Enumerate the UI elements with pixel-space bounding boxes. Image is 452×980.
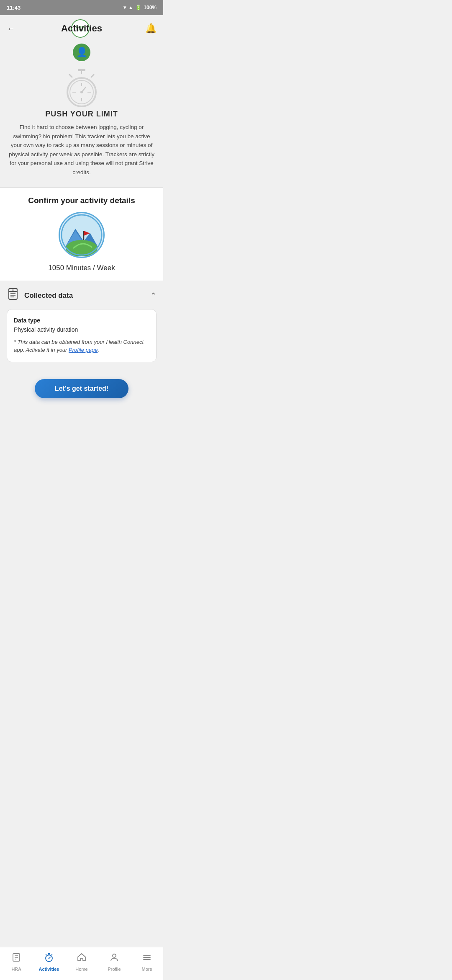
profile-page-link[interactable]: Profile page [69, 347, 98, 353]
activity-image [61, 214, 103, 256]
hero-title: PUSH YOUR LIMIT [45, 110, 118, 119]
data-type-label: Data type [14, 317, 149, 324]
battery-icon: 🔋 [135, 5, 141, 10]
user-avatar-container: 👤 [0, 44, 163, 61]
status-time: 11:43 [7, 5, 21, 11]
collected-section: Collected data ⌃ Data type Physical acti… [0, 281, 163, 369]
status-bar: 11:43 ▾ ▲ 🔋 100% [0, 0, 163, 15]
collected-data-title: Collected data [24, 291, 73, 300]
data-card: Data type Physical activity duration * T… [7, 309, 157, 362]
cta-container: Let's get started! [0, 369, 163, 405]
data-note: * This data can be obtained from your He… [14, 338, 149, 354]
back-button[interactable]: ← [7, 24, 15, 34]
data-type-value: Physical activity duration [14, 326, 149, 333]
svg-point-21 [13, 289, 14, 291]
battery-level: 100% [144, 5, 157, 10]
page-title: Activities [61, 23, 102, 34]
notification-button[interactable]: 🔔 [145, 23, 157, 34]
status-right: ▾ ▲ 🔋 100% [123, 5, 157, 10]
app-header: ← StressLess Activities 🔔 [0, 15, 163, 42]
svg-line-11 [69, 75, 72, 77]
data-note-end: . [98, 347, 99, 353]
minutes-label: 1050 Minutes / Week [48, 264, 115, 272]
avatar: 👤 [73, 44, 90, 61]
hero-section: PUSH YOUR LIMIT Find it hard to choose b… [0, 61, 163, 188]
svg-point-9 [80, 91, 83, 93]
signal-icon: ▲ [128, 5, 133, 10]
confirm-section: Confirm your activity details [0, 188, 163, 281]
collected-data-header[interactable]: Collected data ⌃ [7, 281, 157, 309]
stopwatch-icon [63, 68, 100, 110]
svg-line-10 [91, 75, 94, 77]
avatar-icon: 👤 [76, 47, 87, 58]
chevron-up-icon: ⌃ [150, 291, 157, 300]
svg-rect-1 [81, 70, 82, 74]
wifi-icon: ▾ [123, 5, 126, 10]
collected-left: Collected data [7, 288, 73, 304]
hero-description: Find it hard to choose between jogging, … [8, 123, 155, 177]
get-started-button[interactable]: Let's get started! [35, 379, 128, 398]
activity-badge [59, 212, 105, 258]
data-collection-icon [7, 288, 19, 304]
confirm-title: Confirm your activity details [28, 196, 135, 205]
